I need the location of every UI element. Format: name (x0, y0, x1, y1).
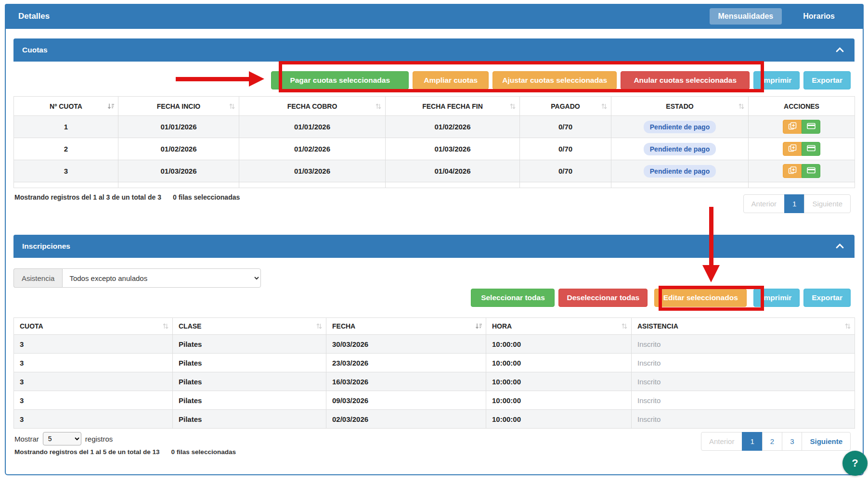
row-actions (783, 120, 820, 134)
length-menu-suffix: registros (85, 435, 113, 443)
pagar-cuotas-button[interactable]: Pagar cuotas seleccionadas (271, 71, 409, 89)
table-row[interactable]: 1 01/01/2026 01/01/2026 01/02/2026 0/70 … (14, 116, 855, 138)
col-hora[interactable]: HORA (486, 318, 632, 335)
length-menu-prefix: Mostrar (14, 435, 39, 443)
cuotas-table-header-row: Nº CUOTA FECHA INCIO FECHA COBRO FECHA F… (14, 97, 855, 116)
col-estado[interactable]: ESTADO (611, 97, 749, 116)
sort-icon (162, 323, 169, 330)
copy-plus-icon (788, 144, 797, 153)
ajustar-cuotas-button[interactable]: Ajustar cuotas seleccionadas (492, 71, 617, 89)
asistencia-select[interactable]: Todos excepto anulados (62, 268, 261, 288)
col-fecha-cobro[interactable]: FECHA COBRO (239, 97, 386, 116)
table-row[interactable]: 3 Pilates 16/03/2026 10:00:00 Inscrito (14, 372, 855, 391)
asistencia-filter: Asistencia Todos excepto anulados (13, 268, 261, 288)
table-row[interactable]: 3 Pilates 30/03/2026 10:00:00 Inscrito (14, 335, 855, 354)
records-info: Mostrando registros del 1 al 3 de un tot… (14, 193, 161, 201)
inscripciones-pagination: Anterior 1 2 3 Siguiente (701, 432, 851, 451)
credit-card-icon (807, 145, 816, 153)
cuotas-collapse-button[interactable] (836, 45, 844, 55)
exportar-cuotas-button[interactable]: Exportar (803, 71, 851, 89)
cuotas-title: Cuotas (22, 46, 48, 54)
sort-icon (738, 103, 745, 110)
seleccionar-todas-button[interactable]: Seleccionar todas (471, 289, 555, 307)
sort-icon (509, 103, 516, 110)
pay-cuota-button[interactable] (802, 120, 820, 134)
pay-cuota-button[interactable] (802, 142, 820, 156)
cuotas-pagination: Anterior 1 Siguiente (743, 194, 851, 213)
page-title: Detalles (18, 12, 50, 21)
inscripciones-collapse-button[interactable] (836, 241, 844, 251)
status-badge: Pendiente de pago (644, 165, 716, 178)
pagination-page-1[interactable]: 1 (784, 194, 804, 213)
duplicate-cuota-button[interactable] (783, 142, 802, 156)
selected-rows-info: 0 filas seleccionadas (171, 448, 236, 456)
anular-cuotas-button[interactable]: Anular cuotas seleccionadas (621, 71, 750, 89)
inscripciones-panel-header: Inscripciones (13, 235, 855, 258)
sort-icon (621, 323, 628, 330)
inscripciones-toolbar: Seleccionar todas Deseleccionar todas Ed… (471, 289, 851, 307)
row-actions (783, 164, 820, 178)
col-fecha[interactable]: FECHA (326, 318, 486, 335)
deseleccionar-todas-button[interactable]: Deseleccionar todas (558, 289, 648, 307)
help-button[interactable]: ? (842, 451, 868, 476)
sort-icon (229, 103, 235, 110)
col-cuota[interactable]: CUOTA (14, 318, 173, 335)
pagination-next[interactable]: Siguiente (804, 194, 851, 213)
header-tab-group: Mensualidades Horarios (710, 8, 844, 25)
status-badge: Pendiente de pago (644, 143, 716, 155)
table-row[interactable]: 2 01/02/2026 01/02/2026 01/03/2026 0/70 … (14, 138, 855, 160)
cuotas-panel-header: Cuotas (13, 38, 855, 62)
table-row-empty (14, 182, 855, 188)
chevron-up-icon (836, 243, 844, 250)
length-menu: Mostrar 5 registros (14, 432, 113, 445)
duplicate-cuota-button[interactable] (783, 120, 802, 134)
status-badge: Pendiente de pago (644, 121, 716, 133)
pay-cuota-button[interactable] (802, 164, 820, 178)
sort-icon (601, 103, 608, 110)
table-row[interactable]: 3 01/03/2026 01/03/2026 01/04/2026 0/70 … (14, 160, 855, 182)
pagination-prev[interactable]: Anterior (743, 194, 785, 213)
col-clase[interactable]: CLASE (173, 318, 326, 335)
col-num-cuota[interactable]: Nº CUOTA (14, 97, 118, 116)
imprimir-inscripciones-button[interactable]: Imprimir (753, 289, 800, 307)
credit-card-icon (807, 123, 816, 131)
ampliar-cuotas-button[interactable]: Ampliar cuotas (413, 71, 489, 89)
inscripciones-table: CUOTA CLASE FECHA HORA ASISTENCIA 3 Pila… (13, 317, 855, 429)
asistencia-label: Asistencia (13, 268, 62, 288)
pagination-prev[interactable]: Anterior (701, 432, 743, 451)
pagination-page-2[interactable]: 2 (762, 432, 782, 451)
page: Detalles Mensualidades Horarios Cuotas P… (0, 0, 868, 482)
cuotas-toolbar: Pagar cuotas seleccionadas Ampliar cuota… (271, 71, 851, 89)
col-asistencia[interactable]: ASISTENCIA (632, 318, 855, 335)
col-pagado[interactable]: PAGADO (520, 97, 611, 116)
exportar-inscripciones-button[interactable]: Exportar (803, 289, 851, 307)
table-row[interactable]: 3 Pilates 02/03/2026 10:00:00 Inscrito (14, 410, 855, 429)
chevron-up-icon (836, 47, 844, 54)
duplicate-cuota-button[interactable] (783, 164, 802, 178)
copy-plus-icon (788, 122, 797, 131)
sort-icon (316, 323, 323, 330)
pagination-page-1[interactable]: 1 (742, 432, 762, 451)
row-actions (783, 142, 820, 156)
tab-horarios[interactable]: Horarios (794, 8, 843, 25)
cuotas-table: Nº CUOTA FECHA INCIO FECHA COBRO FECHA F… (13, 96, 855, 188)
pagination-page-3[interactable]: 3 (782, 432, 802, 451)
imprimir-cuotas-button[interactable]: Imprimir (753, 71, 800, 89)
editar-seleccionados-button[interactable]: Editar seleccionados (654, 289, 747, 307)
tab-mensualidades[interactable]: Mensualidades (710, 8, 782, 25)
sort-active-icon (107, 103, 115, 110)
pagination-next[interactable]: Siguiente (802, 432, 851, 451)
table-row[interactable]: 3 Pilates 09/03/2026 10:00:00 Inscrito (14, 391, 855, 410)
copy-plus-icon (788, 166, 797, 176)
inscripciones-table-header-row: CUOTA CLASE FECHA HORA ASISTENCIA (14, 318, 855, 335)
col-fecha-fin[interactable]: FECHA FECHA FIN (386, 97, 520, 116)
page-length-select[interactable]: 5 (43, 432, 81, 445)
col-fecha-inicio[interactable]: FECHA INCIO (118, 97, 239, 116)
records-info: Mostrando registros del 1 al 5 de un tot… (14, 448, 160, 456)
inscripciones-table-info: Mostrando registros del 1 al 5 de un tot… (14, 448, 236, 456)
question-mark-icon: ? (852, 457, 858, 469)
table-row[interactable]: 3 Pilates 23/03/2026 10:00:00 Inscrito (14, 354, 855, 372)
sort-active-icon (475, 323, 482, 330)
sort-icon (844, 323, 851, 330)
selected-rows-info: 0 filas seleccionadas (173, 193, 240, 201)
